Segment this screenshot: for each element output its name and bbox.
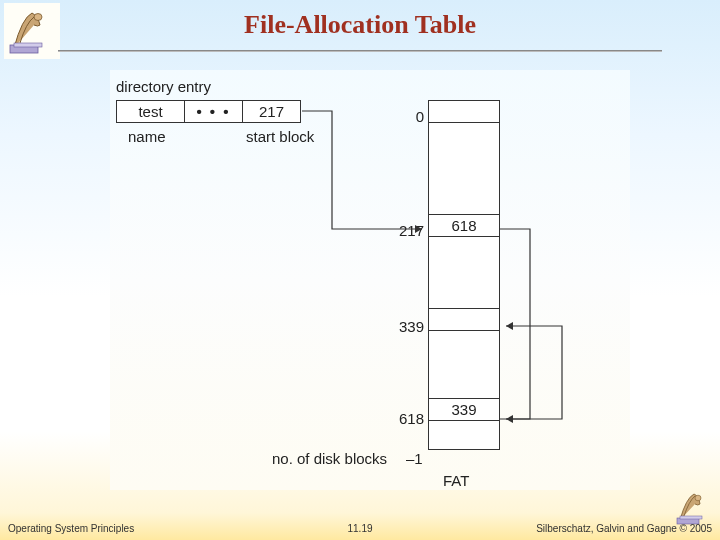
svg-rect-9 (680, 516, 702, 519)
fat-spacer (429, 237, 499, 309)
footer-right: Silberschatz, Galvin and Gagne © 2005 (536, 523, 712, 534)
slide-title: File-Allocation Table (0, 10, 720, 40)
arrows-svg (110, 70, 630, 490)
fat-entry-0 (429, 101, 499, 123)
file-name-cell: test (117, 101, 185, 123)
fat-entry-217: 618 (429, 215, 499, 237)
directory-entry-label: directory entry (116, 78, 211, 95)
fat-entry-339 (429, 309, 499, 331)
fat-spacer (429, 421, 499, 449)
svg-marker-6 (506, 322, 513, 330)
fat-entry-618: 339 (429, 399, 499, 421)
fat-diagram: directory entry test • • • 217 name star… (110, 70, 630, 490)
book-logo-bottom (672, 488, 720, 528)
directory-entry-table: test • • • 217 (116, 100, 301, 123)
title-underline (58, 50, 662, 52)
no-of-disk-blocks-label: no. of disk blocks (272, 450, 387, 467)
dots-cell: • • • (185, 101, 243, 123)
fat-column: 618 339 (428, 100, 500, 450)
start-block-cell: 217 (243, 101, 301, 123)
fat-index-0: 0 (394, 108, 424, 125)
fat-label: FAT (443, 472, 469, 489)
neg1-label: –1 (406, 450, 423, 467)
start-column-label: start block (246, 128, 314, 145)
fat-index-339: 339 (394, 318, 424, 335)
svg-point-7 (695, 495, 701, 501)
fat-index-618: 618 (394, 410, 424, 427)
fat-spacer (429, 123, 499, 215)
name-column-label: name (128, 128, 166, 145)
table-row: test • • • 217 (117, 101, 301, 123)
fat-spacer (429, 331, 499, 399)
fat-index-217: 217 (394, 222, 424, 239)
svg-marker-5 (506, 415, 513, 423)
svg-rect-3 (14, 43, 42, 47)
slide: File-Allocation Table directory entry te… (0, 0, 720, 540)
